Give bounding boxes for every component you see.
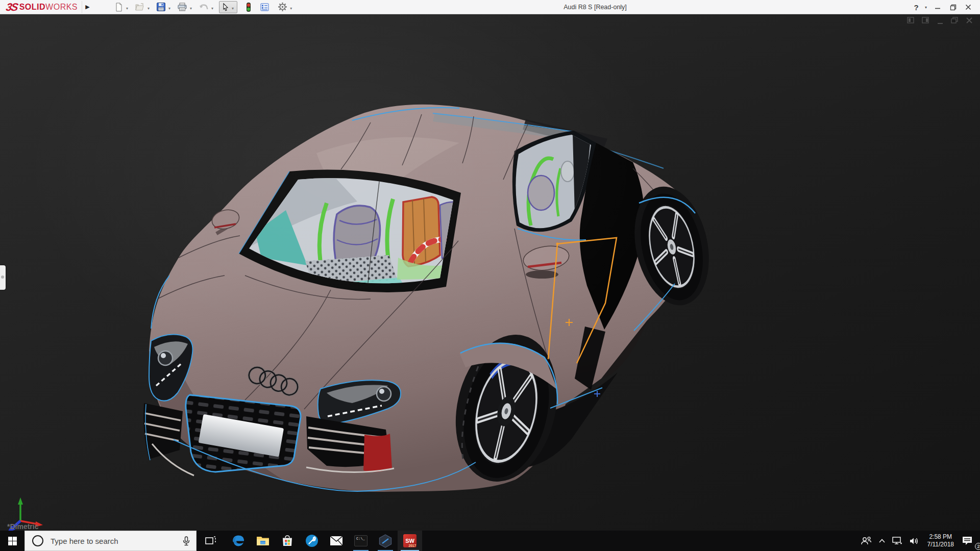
taskbar-app-file-explorer[interactable] <box>251 531 275 551</box>
windows-logo-icon <box>8 537 17 545</box>
hexagon-app-icon <box>378 534 393 548</box>
doc-minimize-icon[interactable] <box>937 18 944 26</box>
undo-button[interactable] <box>198 1 210 13</box>
people-button[interactable] <box>857 531 875 551</box>
action-center-button[interactable]: 2 <box>958 531 980 551</box>
save-dropdown-caret[interactable]: ▾ <box>168 7 170 11</box>
solidworks-logo-mark: 3S <box>5 1 18 13</box>
search-input[interactable] <box>50 536 183 546</box>
doc-restore-icon[interactable] <box>951 17 959 24</box>
tray-time: 2:58 PM <box>929 533 952 541</box>
solidworks-logo: 3S SOLIDWORKS <box>0 0 78 14</box>
screen: 3S SOLIDWORKS ▶ ▾ <box>0 0 980 551</box>
task-view-icon <box>205 536 216 545</box>
printer-icon <box>177 3 187 12</box>
taskbar-search[interactable] <box>24 531 197 551</box>
page-icon <box>114 3 124 12</box>
open-button[interactable] <box>134 1 146 13</box>
undo-arrow-icon <box>199 3 209 11</box>
edge-icon <box>232 534 245 547</box>
notification-badge: 2 <box>975 543 980 550</box>
select-dropdown-caret[interactable]: ▾ <box>232 7 234 11</box>
left-air-intake <box>143 403 183 459</box>
file-explorer-icon <box>256 535 270 546</box>
folder-open-icon <box>135 3 145 12</box>
interior-orange-panel <box>403 197 440 266</box>
restore-icon <box>950 4 957 11</box>
network-icon <box>892 537 902 545</box>
action-center-icon <box>962 536 973 546</box>
volume-button[interactable] <box>906 531 923 551</box>
open-dropdown-caret[interactable]: ▾ <box>148 7 150 11</box>
taskbar-app-settings-tool[interactable] <box>300 531 324 551</box>
save-button[interactable] <box>155 1 167 13</box>
clock[interactable]: 2:58 PM 7/11/2018 <box>923 531 959 551</box>
system-tray: 2:58 PM 7/11/2018 2 <box>857 531 980 551</box>
store-icon <box>281 535 293 547</box>
floppy-icon <box>156 2 166 12</box>
wrench-circle-icon <box>305 534 318 547</box>
start-button[interactable] <box>0 531 24 551</box>
new-dropdown-caret[interactable]: ▾ <box>126 7 128 11</box>
view-orientation-label: *Dimetric <box>7 522 38 531</box>
options-dropdown-caret[interactable]: ▾ <box>290 7 292 11</box>
taskbar: C:\_ SW 2017 <box>0 531 980 551</box>
options-button[interactable] <box>277 1 288 13</box>
tray-overflow-chevron[interactable] <box>875 531 889 551</box>
list-icon <box>260 3 270 12</box>
microphone-icon[interactable] <box>183 536 190 546</box>
print-dropdown-caret[interactable]: ▾ <box>190 7 192 11</box>
properties-list-button[interactable] <box>259 1 271 13</box>
undo-dropdown-caret[interactable]: ▾ <box>211 7 213 11</box>
graphics-viewport[interactable]: *Dimetric <box>0 14 980 531</box>
select-button[interactable]: ▾ <box>219 1 237 13</box>
help-button[interactable]: ? <box>912 1 921 14</box>
taskbar-app-solidworks[interactable]: SW 2017 <box>398 531 422 551</box>
solidworks-2017-icon: SW 2017 <box>403 534 416 547</box>
y-axis-arrow <box>18 497 23 505</box>
traffic-light-icon <box>246 2 252 12</box>
new-document-button[interactable] <box>113 1 125 13</box>
taskbar-app-hexagon[interactable] <box>373 531 398 551</box>
car-model-audi-r8[interactable] <box>0 14 980 531</box>
people-icon <box>861 536 872 545</box>
window-title: Audi R8 S [Read-only] <box>564 0 627 14</box>
minimize-icon <box>935 4 941 10</box>
pane-left-icon[interactable] <box>907 17 915 24</box>
taskbar-app-edge[interactable] <box>226 531 251 551</box>
gear-icon <box>278 2 287 12</box>
doc-close-icon[interactable] <box>966 17 973 24</box>
network-button[interactable] <box>889 531 906 551</box>
document-window-controls <box>907 17 973 26</box>
taskbar-app-store[interactable] <box>275 531 300 551</box>
chevron-up-icon <box>879 539 885 543</box>
window-controls: ? ▾ <box>912 0 975 14</box>
mail-icon <box>330 536 343 546</box>
pane-right-icon[interactable] <box>922 17 929 24</box>
close-button[interactable] <box>962 1 975 14</box>
tray-date: 7/11/2018 <box>927 541 954 548</box>
print-button[interactable] <box>176 1 188 13</box>
quick-access-toolbar: ▾ ▾ <box>113 1 297 13</box>
menu-expand-arrow[interactable]: ▶ <box>82 1 93 13</box>
minimize-button[interactable] <box>931 1 944 14</box>
cortana-icon <box>32 535 43 546</box>
taskbar-app-command-prompt[interactable]: C:\_ <box>349 531 373 551</box>
taskbar-app-mail[interactable] <box>324 531 349 551</box>
red-accent <box>363 434 392 472</box>
stoplight-tool-button[interactable] <box>244 1 253 13</box>
task-view-button[interactable] <box>198 531 223 551</box>
front-grille[interactable] <box>186 395 301 472</box>
command-prompt-icon: C:\_ <box>354 535 368 546</box>
close-icon <box>965 4 971 10</box>
cursor-icon <box>221 3 230 12</box>
speaker-icon <box>910 537 920 545</box>
help-dropdown-caret[interactable]: ▾ <box>923 5 929 10</box>
titlebar: 3S SOLIDWORKS ▶ ▾ <box>0 0 980 14</box>
restore-button[interactable] <box>946 1 960 14</box>
